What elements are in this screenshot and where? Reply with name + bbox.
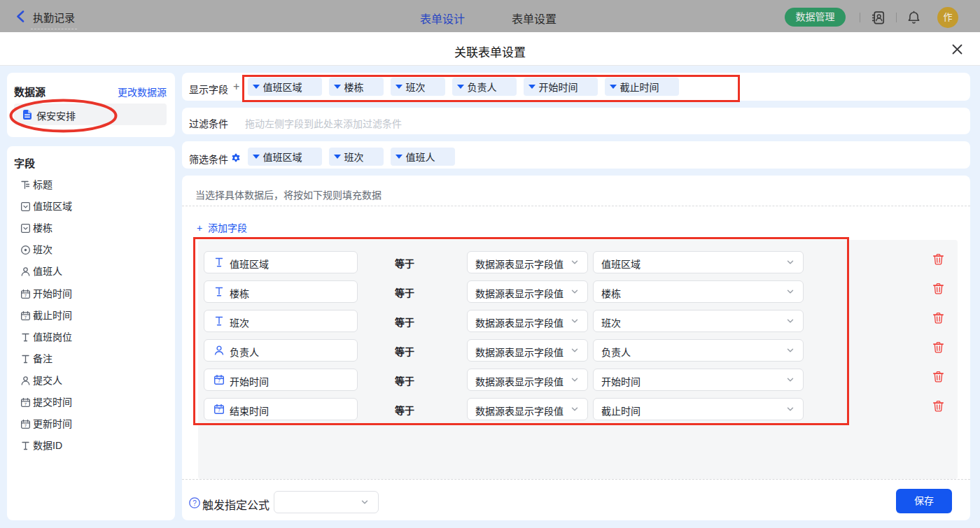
- svg-text:7: 7: [24, 402, 27, 406]
- svg-text:?: ?: [192, 499, 197, 507]
- svg-text:7: 7: [24, 293, 27, 297]
- svg-text:7: 7: [218, 378, 220, 383]
- svg-text:7: 7: [24, 315, 27, 319]
- svg-text:7: 7: [218, 408, 220, 413]
- svg-text:7: 7: [24, 424, 27, 428]
